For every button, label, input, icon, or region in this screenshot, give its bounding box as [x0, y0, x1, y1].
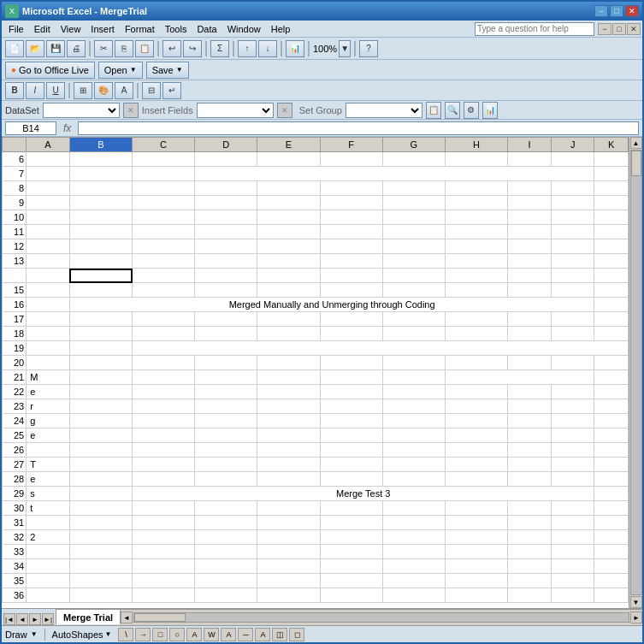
draw-3d-button[interactable]: ◻: [289, 628, 304, 641]
cell-a19[interactable]: [27, 341, 70, 356]
draw-arrow-button[interactable]: →: [135, 628, 151, 641]
cell-i20[interactable]: [508, 356, 552, 370]
cell-a10[interactable]: [27, 210, 70, 225]
cell-e18[interactable]: [257, 327, 320, 341]
cell-h36[interactable]: [445, 588, 507, 603]
cell-h24[interactable]: [445, 414, 507, 428]
cell-h27[interactable]: [445, 458, 507, 472]
col-header-g[interactable]: G: [382, 138, 445, 152]
cell-d7[interactable]: [195, 167, 594, 181]
scroll-down-button[interactable]: ▼: [630, 596, 642, 608]
cell-h18[interactable]: [445, 327, 507, 341]
cell-k26[interactable]: [594, 443, 629, 458]
cell-c23[interactable]: [133, 399, 195, 414]
cell-d15[interactable]: [195, 283, 257, 298]
cell-c30[interactable]: [133, 501, 195, 516]
cell-c9[interactable]: [133, 196, 195, 210]
formula-input[interactable]: [78, 121, 639, 135]
cell-b7[interactable]: [69, 167, 132, 181]
cell-g9[interactable]: [382, 196, 445, 210]
cell-d24[interactable]: [195, 414, 257, 428]
cell-a26[interactable]: [27, 443, 70, 458]
cell-a6[interactable]: [27, 152, 70, 167]
col-header-h[interactable]: H: [445, 138, 507, 152]
cell-h13[interactable]: [445, 254, 507, 269]
cell-c27[interactable]: [133, 458, 195, 472]
cell-b33[interactable]: [69, 545, 132, 559]
cell-e21[interactable]: [257, 370, 320, 385]
cell-a18[interactable]: [27, 327, 70, 341]
cell-h11[interactable]: [445, 225, 507, 239]
cell-a29[interactable]: s: [27, 487, 70, 501]
cell-e31[interactable]: [257, 516, 320, 530]
cell-i30[interactable]: [508, 501, 552, 516]
cell-h17[interactable]: [445, 312, 507, 327]
cell-d34[interactable]: [195, 559, 257, 574]
cell-j8[interactable]: [551, 181, 594, 196]
cell-i25[interactable]: [508, 428, 552, 443]
cell-f6[interactable]: [320, 152, 382, 167]
cell-a21[interactable]: M: [27, 370, 70, 385]
cell-i22[interactable]: [508, 385, 552, 399]
cell-b11[interactable]: [69, 225, 132, 239]
cell-f30[interactable]: [320, 501, 382, 516]
cell-j22[interactable]: [551, 385, 594, 399]
cell-d27[interactable]: [195, 458, 257, 472]
cell-f31[interactable]: [320, 516, 382, 530]
cell-b27[interactable]: [69, 458, 132, 472]
paste-button[interactable]: 📋: [135, 40, 154, 57]
col-header-d[interactable]: D: [195, 138, 257, 152]
chart-button[interactable]: 📊: [286, 40, 304, 57]
cell-j15[interactable]: [551, 283, 594, 298]
cell-d18[interactable]: [195, 327, 257, 341]
cell-k23[interactable]: [594, 399, 629, 414]
cell-c6[interactable]: [133, 152, 195, 167]
draw-wordart-button[interactable]: W: [204, 628, 219, 641]
cell-i24[interactable]: [508, 414, 552, 428]
cell-g25[interactable]: [382, 428, 445, 443]
cell-i26[interactable]: [508, 443, 552, 458]
col-header-e[interactable]: E: [257, 138, 320, 152]
cell-j13[interactable]: [551, 254, 594, 269]
horizontal-scrollbar[interactable]: ◄ ►: [121, 609, 642, 625]
cell-i8[interactable]: [508, 181, 552, 196]
cell-a15[interactable]: [27, 283, 70, 298]
cell-c22[interactable]: [133, 385, 195, 399]
cell-k9[interactable]: [594, 196, 629, 210]
cell-a25[interactable]: e: [27, 428, 70, 443]
col-header-f[interactable]: F: [320, 138, 382, 152]
cell-j10[interactable]: [551, 210, 594, 225]
cell-k25[interactable]: [594, 428, 629, 443]
cell-b17[interactable]: [69, 312, 132, 327]
cell-a14[interactable]: [27, 269, 70, 283]
cell-e35[interactable]: [257, 574, 320, 588]
cell-j34[interactable]: [551, 559, 594, 574]
cell-b18[interactable]: [69, 327, 132, 341]
cell-i12[interactable]: [508, 239, 552, 254]
cell-j35[interactable]: [551, 574, 594, 588]
cell-a12[interactable]: [27, 239, 70, 254]
cell-e22[interactable]: [257, 385, 320, 399]
cell-g20[interactable]: [382, 356, 445, 370]
cell-d13[interactable]: [195, 254, 257, 269]
cell-b28[interactable]: [69, 472, 132, 487]
draw-rect-button[interactable]: □: [152, 628, 168, 641]
cell-e34[interactable]: [257, 559, 320, 574]
cell-h25[interactable]: [445, 428, 507, 443]
cell-i6[interactable]: [508, 152, 552, 167]
sort-asc-button[interactable]: ↑: [238, 40, 257, 57]
scroll-track-h[interactable]: [133, 612, 629, 623]
menu-edit[interactable]: Edit: [29, 22, 56, 36]
zoom-dropdown[interactable]: ▼: [339, 40, 351, 57]
cell-a24[interactable]: g: [27, 414, 70, 428]
cell-e23[interactable]: [257, 399, 320, 414]
cell-i11[interactable]: [508, 225, 552, 239]
cell-h8[interactable]: [445, 181, 507, 196]
cell-a34[interactable]: [27, 559, 70, 574]
minimize-button[interactable]: −: [594, 5, 608, 17]
cell-h9[interactable]: [445, 196, 507, 210]
cell-a27[interactable]: T: [27, 458, 70, 472]
cell-k17[interactable]: [594, 312, 629, 327]
report-btn2[interactable]: 🔍: [445, 102, 460, 119]
cell-a30[interactable]: t: [27, 501, 70, 516]
